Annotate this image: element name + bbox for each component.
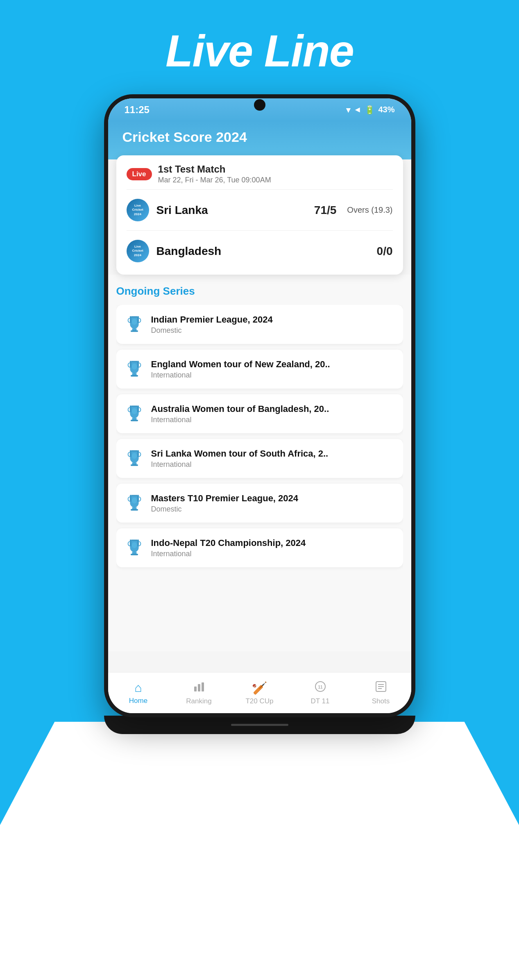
svg-rect-31 [198, 684, 200, 691]
battery-icon: 🔋 [365, 105, 375, 115]
trophy-icon [125, 447, 144, 470]
ongoing-series-title: Ongoing Series [116, 285, 403, 298]
svg-rect-11 [137, 405, 139, 412]
nav-t20cup-label: T20 CUp [245, 697, 273, 705]
svg-rect-25 [130, 539, 131, 546]
team-1-logo: LiveCricket2024 [127, 199, 149, 221]
nav-home[interactable]: ⌂ Home [108, 681, 169, 705]
series-info: Australia Women tour of Bangladesh, 20..… [151, 404, 329, 424]
team-2-logo: LiveCricket2024 [127, 240, 149, 262]
svg-rect-15 [130, 450, 131, 457]
series-type: International [151, 371, 330, 380]
series-name: Indo-Nepal T20 Championship, 2024 [151, 538, 306, 548]
team-row-1[interactable]: LiveCricket2024 Sri Lanka 71/5 Overs (19… [127, 195, 393, 225]
shots-icon [375, 681, 387, 695]
svg-rect-8 [131, 375, 138, 377]
svg-rect-1 [137, 316, 139, 323]
trophy-icon [125, 492, 144, 514]
dt11-icon: 11 [315, 681, 326, 695]
series-name: Masters T10 Premier League, 2024 [151, 493, 299, 504]
svg-rect-27 [132, 552, 137, 554]
series-item[interactable]: Masters T10 Premier League, 2024 Domesti… [116, 484, 403, 523]
page-title: Live Line [0, 0, 519, 77]
svg-rect-10 [130, 405, 131, 412]
series-name: Sri Lanka Women tour of South Africa, 2.… [151, 448, 329, 459]
match-title: 1st Test Match [158, 164, 271, 175]
series-info: Masters T10 Premier League, 2024 Domesti… [151, 493, 299, 514]
series-list: Indian Premier League, 2024 Domestic Eng… [116, 305, 403, 641]
svg-rect-6 [137, 361, 139, 367]
svg-point-4 [132, 318, 137, 325]
trophy-icon [125, 313, 144, 336]
home-icon: ⌂ [134, 681, 142, 695]
team-2-score: 0/0 [377, 245, 393, 258]
phone-screen: 11:25 ▾ ◄ 🔋 43% Cricket Score 2024 Live … [108, 98, 411, 713]
series-item[interactable]: Sri Lanka Women tour of South Africa, 2.… [116, 439, 403, 478]
series-info: Indian Premier League, 2024 Domestic [151, 314, 273, 335]
match-divider-2 [127, 230, 393, 231]
series-item[interactable]: Australia Women tour of Bangladesh, 20..… [116, 394, 403, 433]
series-type: International [151, 416, 329, 424]
svg-rect-12 [132, 418, 137, 420]
camera-notch [254, 99, 265, 111]
series-info: Indo-Nepal T20 Championship, 2024 Intern… [151, 538, 306, 558]
svg-point-24 [132, 497, 137, 503]
team-1-name: Sri Lanka [156, 204, 307, 217]
svg-rect-26 [137, 539, 139, 546]
match-header: Live 1st Test Match Mar 22, Fri - Mar 26… [127, 164, 393, 184]
svg-rect-0 [130, 316, 131, 323]
series-type: Domestic [151, 326, 273, 335]
match-card[interactable]: Live 1st Test Match Mar 22, Fri - Mar 26… [116, 155, 403, 275]
app-header: Cricket Score 2024 [108, 121, 411, 159]
svg-rect-17 [132, 462, 137, 464]
svg-rect-13 [131, 420, 138, 421]
svg-rect-21 [137, 495, 139, 501]
svg-rect-30 [194, 687, 197, 691]
nav-ranking-label: Ranking [186, 697, 211, 705]
series-type: International [151, 550, 306, 558]
bottom-nav: ⌂ Home Ranking 🏏 T20 CUp [108, 672, 411, 713]
svg-rect-3 [131, 330, 138, 332]
nav-dt11-label: DT 11 [311, 697, 330, 705]
t20cup-icon: 🏏 [252, 681, 267, 695]
phone-wrapper: 11:25 ▾ ◄ 🔋 43% Cricket Score 2024 Live … [104, 94, 415, 955]
series-name: Indian Premier League, 2024 [151, 314, 273, 325]
nav-dt11[interactable]: 11 DT 11 [290, 681, 351, 705]
svg-rect-23 [131, 509, 138, 511]
svg-rect-22 [132, 507, 137, 509]
trophy-icon [125, 358, 144, 380]
svg-point-29 [132, 542, 137, 548]
status-time: 11:25 [125, 104, 150, 116]
svg-point-19 [132, 452, 137, 459]
series-item[interactable]: England Women tour of New Zealand, 20.. … [116, 350, 403, 389]
series-type: International [151, 460, 329, 469]
svg-rect-2 [132, 328, 137, 330]
ranking-icon [193, 681, 205, 695]
svg-rect-28 [131, 554, 138, 555]
svg-point-14 [132, 408, 137, 414]
nav-ranking[interactable]: Ranking [169, 681, 229, 705]
series-name: Australia Women tour of Bangladesh, 20.. [151, 404, 329, 414]
series-item[interactable]: Indian Premier League, 2024 Domestic [116, 305, 403, 344]
series-item[interactable]: Indo-Nepal T20 Championship, 2024 Intern… [116, 528, 403, 567]
nav-shots-label: Shots [372, 697, 390, 705]
team-1-overs: Overs (19.3) [347, 205, 392, 215]
team-row-2[interactable]: LiveCricket2024 Bangladesh 0/0 [127, 236, 393, 266]
signal-icon: ◄ [354, 105, 362, 114]
series-type: Domestic [151, 505, 299, 514]
app-header-title: Cricket Score 2024 [122, 129, 397, 145]
team-1-score: 71/5 [314, 204, 337, 217]
svg-rect-16 [137, 450, 139, 457]
wifi-icon: ▾ [346, 105, 350, 115]
match-divider [127, 189, 393, 190]
nav-shots[interactable]: Shots [351, 681, 411, 705]
series-info: England Women tour of New Zealand, 20.. … [151, 359, 330, 380]
svg-rect-18 [131, 464, 138, 466]
series-name: England Women tour of New Zealand, 20.. [151, 359, 330, 370]
live-badge: Live [127, 168, 152, 180]
series-info: Sri Lanka Women tour of South Africa, 2.… [151, 448, 329, 469]
svg-text:11: 11 [318, 685, 323, 689]
nav-t20cup[interactable]: 🏏 T20 CUp [229, 681, 290, 705]
svg-rect-5 [130, 361, 131, 367]
status-icons: ▾ ◄ 🔋 43% [346, 105, 395, 115]
